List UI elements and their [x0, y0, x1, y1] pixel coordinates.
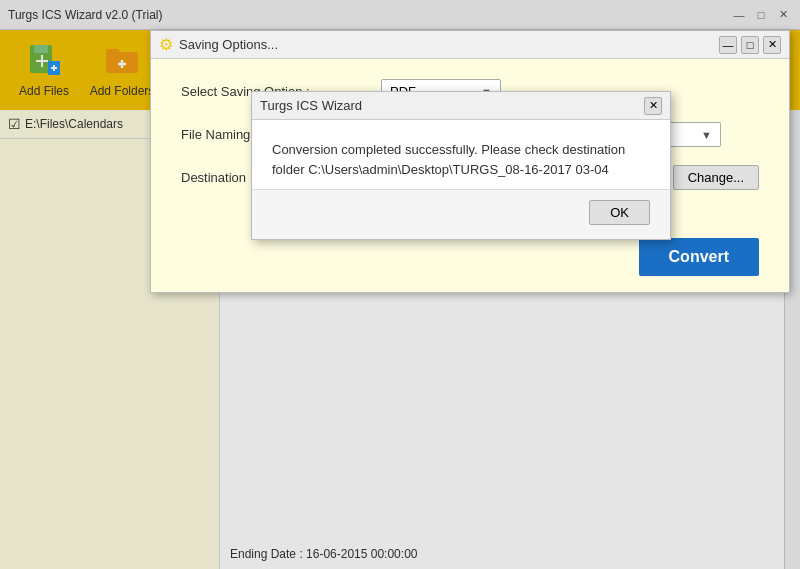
saving-options-title-bar: ⚙ Saving Options... — □ ✕: [151, 31, 789, 59]
ok-button[interactable]: OK: [589, 200, 650, 225]
saving-options-controls: — □ ✕: [719, 36, 781, 54]
convert-action-button[interactable]: Convert: [639, 238, 759, 276]
modal-overlay: ⚙ Saving Options... — □ ✕ Select Saving …: [0, 0, 800, 569]
change-button[interactable]: Change...: [673, 165, 759, 190]
alert-title-text: Turgs ICS Wizard: [260, 98, 362, 113]
alert-close-button[interactable]: ✕: [644, 97, 662, 115]
saving-options-title: ⚙ Saving Options...: [159, 35, 278, 54]
alert-body: Conversion completed successfully. Pleas…: [252, 120, 670, 189]
gear-icon: ⚙: [159, 35, 173, 54]
alert-footer: OK: [252, 189, 670, 239]
saving-options-dialog: ⚙ Saving Options... — □ ✕ Select Saving …: [150, 30, 790, 293]
alert-title-bar: Turgs ICS Wizard ✕: [252, 92, 670, 120]
alert-dialog: Turgs ICS Wizard ✕ Conversion completed …: [251, 91, 671, 240]
saving-maximize-button[interactable]: □: [741, 36, 759, 54]
saving-minimize-button[interactable]: —: [719, 36, 737, 54]
alert-message: Conversion completed successfully. Pleas…: [272, 142, 625, 177]
file-naming-arrow: ▼: [701, 129, 712, 141]
saving-close-button[interactable]: ✕: [763, 36, 781, 54]
